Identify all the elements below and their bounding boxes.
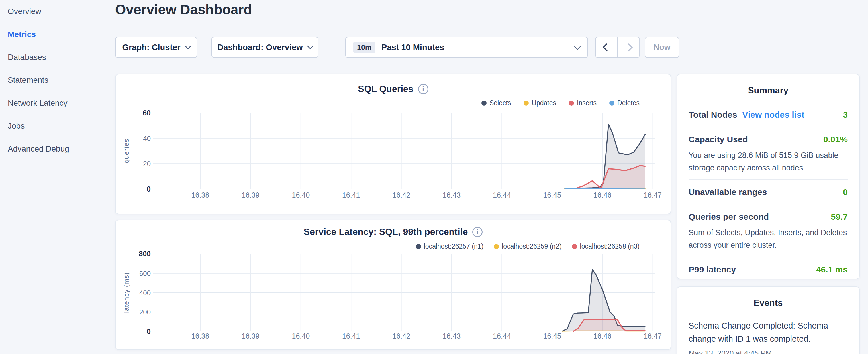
chevron-down-icon xyxy=(185,43,191,49)
view-nodes-link[interactable]: View nodes list xyxy=(742,110,804,120)
chevron-right-icon xyxy=(624,43,632,51)
summary-title: Summary xyxy=(689,74,848,102)
chevron-left-icon xyxy=(602,43,610,51)
svg-text:16:43: 16:43 xyxy=(443,332,461,340)
svg-text:16:40: 16:40 xyxy=(292,332,310,340)
sidebar-item-advanced-debug[interactable]: Advanced Debug xyxy=(0,137,115,160)
summary-value: 3 xyxy=(843,110,848,120)
summary-row: Capacity Used0.01% xyxy=(689,127,848,151)
svg-text:queries: queries xyxy=(122,139,130,163)
time-range-badge: 10m xyxy=(353,41,375,53)
summary-label: P99 latency xyxy=(689,265,736,275)
time-step-forward-button[interactable] xyxy=(618,37,639,57)
time-step-group xyxy=(595,37,640,58)
dashboard-dropdown-label: Dashboard: Overview xyxy=(217,43,303,52)
event-timestamp: May 13, 2020 at 4:45 PM xyxy=(689,349,848,354)
svg-text:16:44: 16:44 xyxy=(493,191,511,199)
summary-description: You are using 28.6 MiB of 515.9 GiB usab… xyxy=(689,149,848,174)
events-panel: Events Schema Change Completed: Schema c… xyxy=(677,286,860,354)
svg-text:0: 0 xyxy=(147,327,151,335)
svg-text:16:41: 16:41 xyxy=(342,191,360,199)
summary-label: Queries per second xyxy=(689,212,769,222)
svg-text:16:47: 16:47 xyxy=(644,191,662,199)
summary-row: Unavailable ranges0 xyxy=(689,180,848,204)
svg-text:60: 60 xyxy=(143,109,151,117)
summary-description: Sum of Selects, Updates, Inserts, and De… xyxy=(689,226,848,252)
service-latency-chart: 020040060080016:3816:3916:4016:4116:4216… xyxy=(116,220,671,349)
svg-text:0: 0 xyxy=(147,185,151,193)
svg-text:200: 200 xyxy=(139,308,151,316)
sidebar-nav: OverviewMetricsDatabasesStatementsNetwor… xyxy=(0,0,115,354)
event-message: Schema Change Completed: Schema change w… xyxy=(689,319,848,345)
graph-dropdown[interactable]: Graph: Cluster xyxy=(115,37,197,58)
now-button[interactable]: Now xyxy=(645,37,679,58)
svg-text:16:40: 16:40 xyxy=(292,191,310,199)
toolbar-divider xyxy=(332,37,332,57)
sidebar-item-network-latency[interactable]: Network Latency xyxy=(0,92,115,115)
svg-text:16:39: 16:39 xyxy=(242,191,260,199)
svg-text:16:38: 16:38 xyxy=(191,191,210,199)
svg-text:16:45: 16:45 xyxy=(543,191,561,199)
summary-value: 59.7 xyxy=(831,212,848,222)
summary-rows: Total NodesView nodes list3Capacity Used… xyxy=(689,102,848,281)
sidebar-item-jobs[interactable]: Jobs xyxy=(0,115,115,137)
summary-label: Total Nodes xyxy=(689,110,737,120)
sql-queries-chart: 020406016:3816:3916:4016:4116:4216:4316:… xyxy=(116,74,671,214)
page-title: Overview Dashboard xyxy=(115,2,252,18)
events-title: Events xyxy=(689,287,848,309)
sql-queries-chart-panel: SQL Queries i SelectsUpdatesInsertsDelet… xyxy=(115,74,671,214)
svg-text:600: 600 xyxy=(139,269,151,277)
svg-text:latency (ms): latency (ms) xyxy=(122,272,130,313)
summary-label: Unavailable ranges xyxy=(689,187,767,197)
svg-text:16:44: 16:44 xyxy=(493,332,511,340)
sidebar-item-databases[interactable]: Databases xyxy=(0,46,115,69)
summary-value: 46.1 ms xyxy=(816,265,848,275)
svg-text:16:43: 16:43 xyxy=(443,191,461,199)
svg-text:16:42: 16:42 xyxy=(392,191,410,199)
svg-text:16:45: 16:45 xyxy=(543,332,561,340)
svg-text:16:47: 16:47 xyxy=(644,332,662,340)
time-range-selector[interactable]: 10m Past 10 Minutes xyxy=(345,37,588,58)
svg-text:16:41: 16:41 xyxy=(342,332,360,340)
svg-text:400: 400 xyxy=(139,289,151,297)
service-latency-chart-panel: Service Latency: SQL, 99th percentile i … xyxy=(115,220,671,350)
svg-text:40: 40 xyxy=(143,135,151,142)
svg-text:16:46: 16:46 xyxy=(593,332,612,340)
sidebar-item-overview[interactable]: Overview xyxy=(0,0,115,23)
summary-label: Capacity Used xyxy=(689,135,748,144)
svg-text:800: 800 xyxy=(139,250,151,258)
summary-panel: Summary Total NodesView nodes list3Capac… xyxy=(677,74,860,279)
time-step-back-button[interactable] xyxy=(596,37,618,57)
svg-text:20: 20 xyxy=(143,160,151,167)
summary-value: 0.01% xyxy=(823,135,848,144)
graph-dropdown-label: Graph: Cluster xyxy=(122,43,180,52)
summary-row: P99 latency46.1 ms xyxy=(689,257,848,281)
svg-text:16:42: 16:42 xyxy=(392,332,410,340)
svg-text:16:46: 16:46 xyxy=(593,191,612,199)
sidebar-item-statements[interactable]: Statements xyxy=(0,69,115,92)
events-list: Schema Change Completed: Schema change w… xyxy=(689,319,848,354)
svg-text:16:39: 16:39 xyxy=(242,332,260,340)
chevron-down-icon xyxy=(307,43,313,49)
sidebar-item-metrics[interactable]: Metrics xyxy=(0,23,115,46)
svg-text:16:38: 16:38 xyxy=(191,332,210,340)
dashboard-dropdown[interactable]: Dashboard: Overview xyxy=(212,37,318,58)
time-range-label: Past 10 Minutes xyxy=(381,43,444,52)
chevron-down-icon xyxy=(574,42,581,50)
summary-value: 0 xyxy=(843,187,848,197)
summary-row: Queries per second59.7 xyxy=(689,204,848,229)
summary-row: Total NodesView nodes list3 xyxy=(689,102,848,127)
